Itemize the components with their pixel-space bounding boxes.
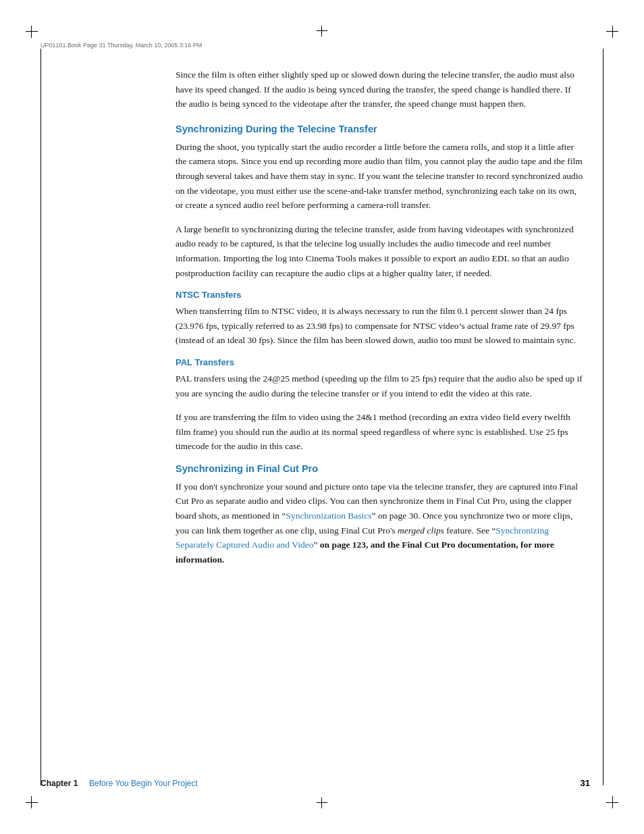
main-content: Since the film is often either slightly … [176,68,583,753]
sync-basics-link[interactable]: Synchronization Basics [286,511,371,521]
footer-chapter-title: Before You Begin Your Project [89,779,198,788]
ntsc-text: When transferring film to NTSC video, it… [176,304,583,348]
section1-paragraph2: A large benefit to synchronizing during … [176,222,583,280]
footer-page-number: 31 [581,778,590,788]
section1-heading: Synchronizing During the Telecine Transf… [176,124,583,134]
header-line: UP01101.Book Page 31 Thursday, March 10,… [41,42,603,49]
border-right [603,49,603,785]
pal-paragraph1: PAL transfers using the 24@25 method (sp… [176,371,583,400]
corner-mark-bl [26,796,38,808]
footer: Chapter 1 Before You Begin Your Project … [41,778,590,788]
corner-mark-tl [26,26,38,38]
corner-mark-br [606,796,618,808]
border-left [41,49,41,785]
intro-paragraph: Since the film is often either slightly … [176,68,583,111]
footer-separator [80,779,87,788]
page: UP01101.Book Page 31 Thursday, March 10,… [0,0,644,834]
footer-left: Chapter 1 Before You Begin Your Project [41,779,198,788]
crosshair-top [317,26,327,36]
section2-paragraph: If you don't synchronize your sound and … [176,479,583,567]
crosshair-bottom [317,798,327,808]
section1-paragraph1: During the shoot, you typically start th… [176,140,583,213]
footer-chapter-label: Chapter 1 [41,779,78,788]
corner-mark-tr [606,26,618,38]
section2-heading: Synchronizing in Final Cut Pro [176,463,583,474]
pal-paragraph2: If you are transferring the film to vide… [176,410,583,454]
pal-heading: PAL Transfers [176,357,583,367]
ntsc-heading: NTSC Transfers [176,290,583,300]
